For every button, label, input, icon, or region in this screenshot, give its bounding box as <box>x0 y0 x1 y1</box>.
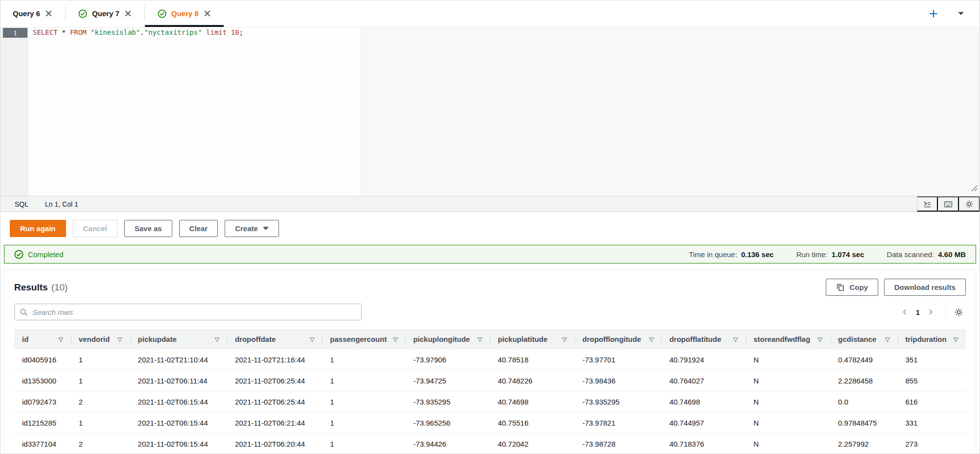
table-row[interactable]: id040591612021-11-02T21:10:442021-11-02T… <box>14 349 966 370</box>
tab-query-8[interactable]: Query 8 <box>145 0 224 27</box>
filter-icon[interactable]: ▽ <box>733 336 738 343</box>
filter-icon[interactable]: ▽ <box>478 336 482 343</box>
column-label: pickuplongitude <box>413 335 470 343</box>
next-page-button[interactable] <box>923 306 939 318</box>
column-header-dropofflatitude[interactable]: dropofflatitude▽ <box>661 330 746 349</box>
code-token: ; <box>239 28 243 36</box>
cell-id: id0405916 <box>14 349 71 370</box>
filter-icon[interactable]: ▽ <box>562 336 567 343</box>
filter-icon[interactable]: ▽ <box>393 336 397 343</box>
filter-icon[interactable]: ▽ <box>117 336 122 343</box>
filter-icon[interactable]: ▽ <box>885 336 889 343</box>
column-header-pickupdate[interactable]: pickupdate▽ <box>130 330 227 349</box>
sql-editor[interactable]: 1 SELECT * FROM "kinesislab"."nyctaxitri… <box>0 27 980 196</box>
tab-menu-button[interactable] <box>956 9 966 18</box>
cell-dropoffdate: 2021-11-02T21:16:44 <box>227 349 322 370</box>
cell-vendorid: 1 <box>71 370 130 391</box>
cell-storeandfwdflag: N <box>746 349 830 370</box>
column-header-pickuplatitude[interactable]: pickuplatitude▽ <box>490 330 575 349</box>
close-tab-icon[interactable] <box>204 10 211 17</box>
column-label: pickupdate <box>138 335 177 343</box>
cell-gcdistance: 0.4782449 <box>830 349 897 370</box>
column-header-dropofflongitude[interactable]: dropofflongitude▽ <box>575 330 662 349</box>
metric-value: 0.136 sec <box>741 250 774 259</box>
cell-dropofflongitude: -73.97821 <box>575 412 662 433</box>
format-query-button[interactable] <box>917 196 938 212</box>
run-again-button[interactable]: Run again <box>10 220 66 237</box>
clear-button[interactable]: Clear <box>179 220 218 237</box>
metric-value: 4.60 MB <box>938 250 966 259</box>
cell-pickuplongitude: -73.935295 <box>405 391 490 412</box>
cell-pickupdate: 2021-11-02T06:15:44 <box>130 433 227 453</box>
metric-label: Run time: <box>796 250 828 259</box>
save-as-button[interactable]: Save as <box>124 220 172 237</box>
cell-pickupdate: 2021-11-02T06:15:44 <box>130 391 227 412</box>
new-query-tab-button[interactable] <box>926 6 941 21</box>
filter-icon[interactable]: ▽ <box>310 336 314 343</box>
filter-icon[interactable]: ▽ <box>649 336 653 343</box>
cell-pickuplongitude: -73.965256 <box>405 412 490 433</box>
column-header-tripduration[interactable]: tripduration▽ <box>898 330 966 349</box>
column-header-dropoffdate[interactable]: dropoffdate▽ <box>227 330 322 349</box>
filter-icon[interactable]: ▽ <box>215 336 219 343</box>
cell-vendorid: 1 <box>71 412 130 433</box>
code-token: * <box>58 28 70 36</box>
cell-dropoffdate: 2021-11-02T06:25:44 <box>227 391 322 412</box>
tab-query-7[interactable]: Query 7 <box>66 0 144 27</box>
code-token: "kinesislab" <box>91 28 140 36</box>
column-header-id[interactable]: id▽ <box>14 330 71 349</box>
cell-pickuplatitude: 40.75516 <box>490 412 575 433</box>
search-rows-container <box>14 304 362 320</box>
filter-icon[interactable]: ▽ <box>818 336 822 343</box>
column-label: tripduration <box>906 335 947 343</box>
close-tab-icon[interactable] <box>45 10 52 17</box>
print-margin-region <box>361 27 980 196</box>
search-rows-input[interactable] <box>14 304 362 320</box>
table-row[interactable]: id135300012021-11-02T06:11:442021-11-02T… <box>14 370 966 391</box>
cell-passengercount: 1 <box>322 370 405 391</box>
data-scanned-metric: Data scanned: 4.60 MB <box>887 250 966 259</box>
table-row[interactable]: id079247322021-11-02T06:15:442021-11-02T… <box>14 391 966 412</box>
column-header-passengercount[interactable]: passengercount▽ <box>322 330 405 349</box>
table-row[interactable]: id121528512021-11-02T06:15:442021-11-02T… <box>14 412 966 433</box>
column-label: storeandfwdflag <box>753 335 810 343</box>
cancel-button[interactable]: Cancel <box>73 220 117 237</box>
keyboard-shortcuts-button[interactable] <box>938 196 959 212</box>
cell-tripduration: 273 <box>898 433 966 453</box>
code-token: FROM <box>70 28 87 36</box>
cell-id: id3377104 <box>14 433 71 453</box>
cell-dropofflatitude: 40.791924 <box>661 349 746 370</box>
cell-pickupdate: 2021-11-02T06:11:44 <box>130 370 227 391</box>
cell-tripduration: 855 <box>898 370 966 391</box>
time-in-queue-metric: Time in queue: 0.136 sec <box>689 250 773 259</box>
close-tab-icon[interactable] <box>124 10 132 17</box>
copy-button[interactable]: Copy <box>826 279 878 296</box>
resize-handle[interactable] <box>971 185 978 193</box>
column-header-gcdistance[interactable]: gcdistance▽ <box>830 330 897 349</box>
column-header-vendorid[interactable]: vendorid▽ <box>71 330 130 349</box>
tab-query-6[interactable]: Query 6 <box>0 0 65 27</box>
cell-vendorid: 2 <box>71 433 130 453</box>
table-row[interactable]: id337710422021-11-02T06:15:442021-11-02T… <box>14 433 966 453</box>
previous-page-button[interactable] <box>896 306 913 318</box>
filter-icon[interactable]: ▽ <box>59 336 63 343</box>
filter-icon[interactable]: ▽ <box>954 336 958 343</box>
query-actions-toolbar: Run again Cancel Save as Clear Create <box>0 212 980 245</box>
create-dropdown-button[interactable]: Create <box>225 220 279 237</box>
editor-status-bar: SQL Ln 1, Col 1 <box>0 196 980 212</box>
cell-vendorid: 2 <box>71 391 130 412</box>
cell-dropofflongitude: -73.98728 <box>575 433 662 453</box>
cell-storeandfwdflag: N <box>746 412 830 433</box>
column-header-storeandfwdflag[interactable]: storeandfwdflag▽ <box>746 330 830 349</box>
metric-label: Time in queue: <box>689 250 737 259</box>
column-header-pickuplongitude[interactable]: pickuplongitude▽ <box>405 330 490 349</box>
cell-id: id1353000 <box>14 370 71 391</box>
column-label: passengercount <box>330 335 387 343</box>
cell-storeandfwdflag: N <box>746 433 830 453</box>
download-results-button[interactable]: Download results <box>884 279 966 296</box>
editor-settings-button[interactable] <box>959 196 980 212</box>
cell-dropofflatitude: 40.718376 <box>661 433 746 453</box>
page-number-button[interactable]: 1 <box>913 308 923 316</box>
results-preferences-button[interactable] <box>952 305 966 319</box>
code-token <box>227 28 231 36</box>
